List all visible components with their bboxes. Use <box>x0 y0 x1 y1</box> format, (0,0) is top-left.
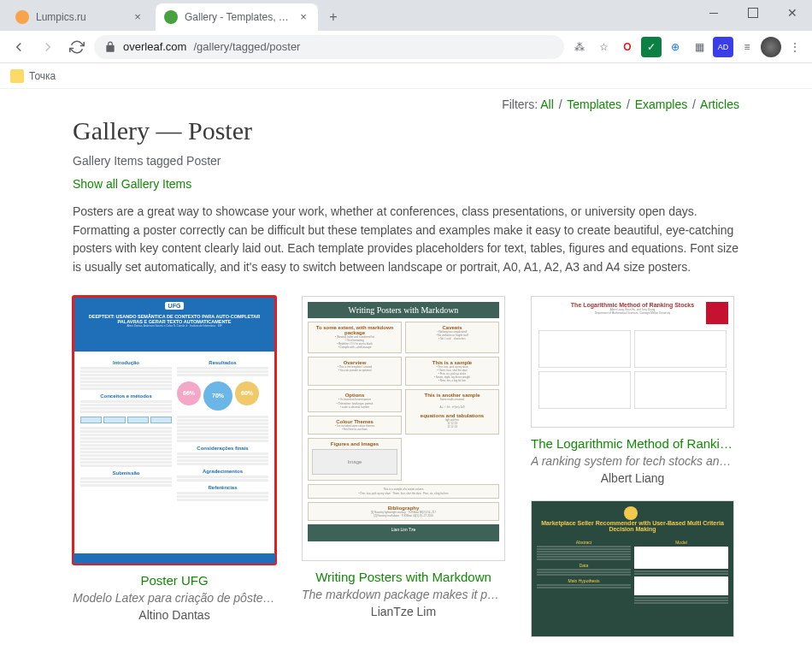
show-all-link[interactable]: Show all Gallery Items <box>73 177 191 191</box>
university-logo <box>706 302 728 324</box>
card-thumbnail[interactable]: The Logarithmic Method of Ranking Stocks… <box>531 296 734 428</box>
card-thumbnail[interactable]: Marketplace Seller Recommender with User… <box>531 500 734 637</box>
url-domain: overleaf.com <box>123 40 186 53</box>
close-icon[interactable]: × <box>297 11 309 23</box>
extension-icons: ⁂ ☆ O ✓ ⊕ ▦ AD ≡ ⋮ <box>569 37 805 57</box>
page-content: Filters: All / Templates / Examples / Ar… <box>56 89 756 668</box>
poster-title: DEEPTEXT: USANDO SEMÂNTICA DE CONTEXTO P… <box>79 314 270 324</box>
card-author: Albert Liang <box>531 471 734 485</box>
page-description: Posters are a great way to showcase your… <box>73 203 739 277</box>
forward-button[interactable] <box>36 35 60 59</box>
card-thumbnail[interactable]: Writing Posters with Markdown To some ex… <box>302 296 505 561</box>
maximize-button[interactable] <box>733 0 773 26</box>
minimize-button[interactable] <box>694 0 733 26</box>
card-author: Altino Dantas <box>73 608 276 622</box>
folder-icon <box>10 69 24 83</box>
filter-link[interactable]: Templates <box>567 98 621 111</box>
tab-title: Lumpics.ru <box>36 11 127 23</box>
filters-row: Filters: All / Templates / Examples / Ar… <box>73 98 739 111</box>
gallery-card[interactable]: The Logarithmic Method of Ranking Stocks… <box>531 296 734 485</box>
card-subtitle: The markdown package makes it possi... <box>302 588 505 601</box>
page-subtitle: Gallery Items tagged Poster <box>73 154 739 168</box>
card-title[interactable]: Writing Posters with Markdown <box>302 570 505 584</box>
card-author: LianTze Lim <box>302 605 505 618</box>
gallery-card[interactable]: Writing Posters with Markdown To some ex… <box>302 296 505 637</box>
extension-icon[interactable]: ⊕ <box>665 37 685 57</box>
star-icon[interactable]: ☆ <box>593 37 614 57</box>
extension-icon[interactable]: ▦ <box>689 37 709 57</box>
card-title[interactable]: The Logarithmic Method of Ranking St... <box>531 436 734 451</box>
page-viewport[interactable]: Filters: All / Templates / Examples / Ar… <box>0 89 812 668</box>
filters-label: Filters: <box>502 98 538 111</box>
gallery-grid: UFG DEEPTEXT: USANDO SEMÂNTICA DE CONTEX… <box>73 296 739 637</box>
extension-icon[interactable]: AD <box>713 37 733 57</box>
card-thumbnail[interactable]: UFG DEEPTEXT: USANDO SEMÂNTICA DE CONTEX… <box>73 296 276 565</box>
card-title[interactable]: Poster UFG <box>73 573 276 588</box>
new-tab-button[interactable]: + <box>321 5 345 29</box>
poster-title: Writing Posters with Markdown <box>308 302 499 318</box>
favicon <box>15 10 29 24</box>
card-subtitle: A ranking system for tech stocks and ... <box>531 454 734 468</box>
filter-link[interactable]: Examples <box>635 98 687 111</box>
favicon <box>164 10 178 24</box>
lock-icon <box>104 41 116 53</box>
extension-icon[interactable]: O <box>617 37 638 57</box>
bookmarks-bar: Точка <box>0 63 812 89</box>
url-path: /gallery/tagged/poster <box>193 40 300 53</box>
card-subtitle: Modelo Latex para criação de pôstere... <box>73 591 276 605</box>
menu-button[interactable]: ⋮ <box>785 37 805 57</box>
filter-link[interactable]: Articles <box>700 98 739 111</box>
window-controls <box>694 0 812 26</box>
poster-logo: UFG <box>165 302 185 310</box>
bookmark-item[interactable]: Точка <box>29 70 56 82</box>
back-button[interactable] <box>7 35 31 59</box>
address-bar: overleaf.com/gallery/tagged/poster ⁂ ☆ O… <box>0 31 812 63</box>
gallery-card[interactable]: Marketplace Seller Recommender with User… <box>531 500 734 637</box>
browser-tab[interactable]: Gallery - Templates, Examples an × <box>156 3 318 31</box>
reload-button[interactable] <box>65 35 89 59</box>
page-title: Gallery — Poster <box>73 116 739 145</box>
tab-title: Gallery - Templates, Examples an <box>185 11 292 23</box>
url-box[interactable]: overleaf.com/gallery/tagged/poster <box>94 35 564 59</box>
gallery-card[interactable]: UFG DEEPTEXT: USANDO SEMÂNTICA DE CONTEX… <box>73 296 276 637</box>
extension-icon[interactable]: ✓ <box>641 37 662 57</box>
poster-title: The Logarithmic Method of Ranking Stocks <box>538 302 727 308</box>
poster-title: Marketplace Seller Recommender with User… <box>537 520 728 532</box>
filter-link[interactable]: All <box>540 98 554 111</box>
close-window-button[interactable] <box>773 0 812 26</box>
browser-tab[interactable]: Lumpics.ru × <box>7 3 152 31</box>
close-icon[interactable]: × <box>132 11 144 23</box>
browser-titlebar: Lumpics.ru × Gallery - Templates, Exampl… <box>0 0 812 31</box>
translate-icon[interactable]: ⁂ <box>569 37 590 57</box>
profile-avatar[interactable] <box>761 37 781 57</box>
extension-icon[interactable]: ≡ <box>737 37 757 57</box>
